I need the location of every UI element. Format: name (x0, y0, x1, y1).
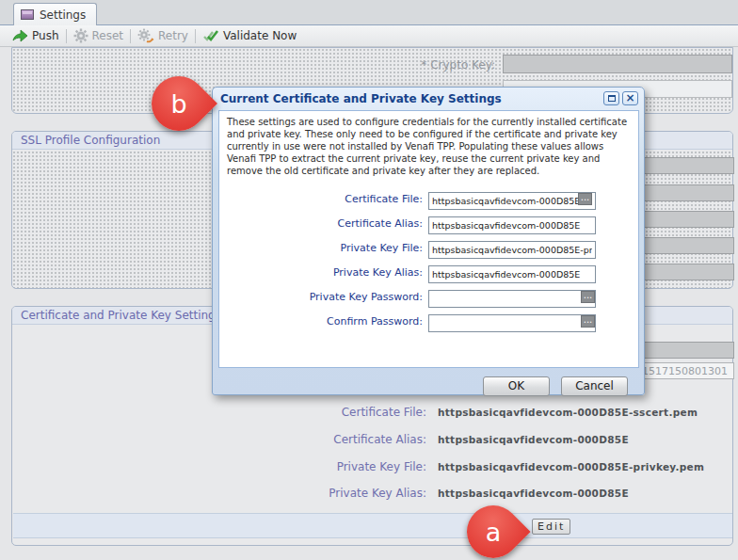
ellipsis-button[interactable]: ... (581, 291, 595, 303)
edit-bar: Edit (13, 513, 732, 538)
annotation-b-label: b (152, 76, 206, 131)
current-cert-dialog: Current Certificate and Private Key Sett… (212, 87, 645, 395)
certificate-file-field-label: Certificate File: (219, 190, 423, 208)
certificate-alias-value: httpsbasicqavfidevcom-000D85E (438, 433, 629, 445)
retry-button[interactable]: Retry (131, 25, 195, 46)
push-button[interactable]: Push (5, 25, 66, 46)
tab-label: Settings (40, 8, 86, 22)
private-key-file-field-label: Private Key File: (219, 239, 423, 257)
private-key-password-field: ... (428, 288, 596, 306)
reset-button[interactable]: Reset (67, 25, 131, 46)
certificate-file-value: httpsbasicqavfidevcom-000D85E-sscert.pem (438, 406, 698, 418)
push-arrow-icon (11, 28, 28, 43)
private-key-alias-value: httpsbasicqavfidevcom-000D85E (438, 487, 629, 499)
certificate-file-field: ... (428, 190, 596, 208)
confirm-password-field: ... (428, 312, 596, 330)
cancel-button[interactable]: Cancel (561, 376, 628, 396)
dialog-description: These settings are used to configure cre… (227, 116, 635, 177)
annotation-a-label: a (467, 505, 520, 558)
private-key-alias-input[interactable] (428, 265, 596, 283)
private-key-file-value: httpsbasicqavfidevcom-000D85E-privkey.pe… (438, 460, 704, 472)
ellipsis-button[interactable]: ... (581, 315, 595, 328)
validate-now-label: Validate Now (223, 29, 297, 42)
annotation-badge-b: b (140, 65, 217, 142)
tab-settings[interactable]: Settings (13, 3, 97, 25)
crypto-key-label: * Crypto Key: (269, 58, 495, 72)
confirm-password-field-label: Confirm Password: (219, 312, 423, 330)
private-key-alias-label: Private Key Alias: (191, 487, 426, 500)
settings-screen: Settings Push Reset (0, 0, 738, 560)
restore-icon (608, 95, 616, 102)
close-icon: × (625, 91, 634, 104)
settings-window-icon (21, 9, 34, 20)
private-key-password-field-label: Private Key Password: (219, 288, 423, 306)
certificate-alias-label: Certificate Alias: (191, 433, 426, 446)
retry-gear-icon (137, 28, 154, 43)
certificate-file-label: Certificate File: (191, 406, 426, 419)
double-check-icon (202, 29, 219, 42)
dialog-title: Current Certificate and Private Key Sett… (220, 88, 502, 110)
confirm-password-input[interactable] (428, 314, 596, 332)
dialog-body: These settings are used to configure cre… (218, 110, 639, 368)
private-key-password-input[interactable] (428, 290, 596, 308)
ellipsis-button[interactable]: ... (578, 193, 592, 205)
private-key-alias-field (428, 264, 596, 281)
private-key-file-field (428, 239, 596, 257)
retry-label: Retry (158, 29, 188, 42)
ok-button[interactable]: OK (483, 376, 550, 396)
push-label: Push (32, 29, 59, 42)
validate-now-button[interactable]: Validate Now (196, 25, 303, 46)
toolbar: Push Reset (0, 25, 738, 47)
edit-button[interactable]: Edit (532, 519, 570, 535)
tab-bar: Settings (0, 0, 738, 25)
gear-icon (73, 28, 88, 43)
private-key-alias-field-label: Private Key Alias: (219, 264, 423, 281)
crypto-key-input[interactable] (503, 55, 732, 73)
reset-label: Reset (92, 29, 124, 42)
certificate-alias-field (428, 215, 596, 232)
certificate-file-input[interactable] (428, 192, 596, 210)
certificate-alias-input[interactable] (428, 216, 596, 234)
close-button[interactable]: × (622, 91, 638, 105)
certificate-alias-field-label: Certificate Alias: (219, 215, 423, 232)
private-key-file-input[interactable] (428, 241, 596, 259)
restore-button[interactable] (603, 91, 619, 105)
private-key-file-label: Private Key File: (191, 460, 426, 473)
